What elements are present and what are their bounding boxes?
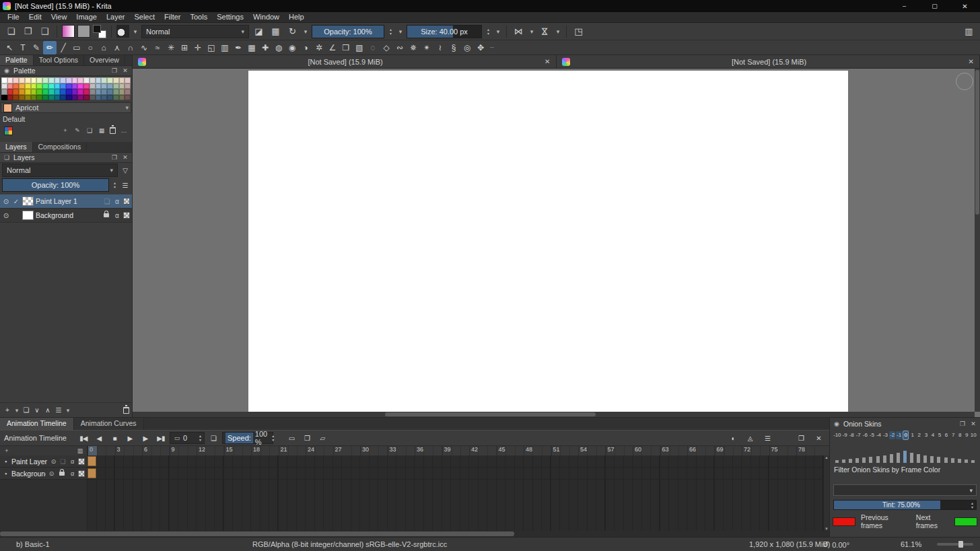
onion-color-filter-dropdown[interactable]: ▾ bbox=[833, 484, 977, 496]
palette-swatch[interactable] bbox=[36, 89, 42, 95]
palette-swatch[interactable] bbox=[96, 77, 102, 83]
audio-options-button[interactable]: ◬ bbox=[743, 432, 757, 444]
open-document-button[interactable]: ❐ bbox=[21, 25, 35, 38]
palette-swatch[interactable] bbox=[55, 83, 61, 89]
onion-frame-number[interactable]: 8 bbox=[957, 431, 963, 439]
blending-mode-dropdown[interactable]: Normal ▾ bbox=[141, 25, 249, 38]
reload-brush-button[interactable]: ↻ bbox=[285, 25, 300, 38]
palette-swatch[interactable] bbox=[31, 95, 37, 101]
tool-ellipse[interactable]: ○ bbox=[83, 41, 97, 54]
add-layer-caret-icon[interactable]: ▾ bbox=[13, 407, 20, 414]
panel-tab-tool-options[interactable]: Tool Options bbox=[34, 55, 84, 65]
palette-swatch[interactable] bbox=[107, 89, 113, 95]
scrollbar-handle[interactable] bbox=[975, 70, 979, 215]
timeline-ruler-cell[interactable]: 75 bbox=[769, 446, 797, 455]
toolbar-overflow-icon[interactable]: ┄ bbox=[490, 44, 494, 51]
mirror-vertical-caret-icon[interactable]: ▾ bbox=[555, 28, 561, 35]
tool-pan[interactable]: ✥ bbox=[474, 41, 487, 54]
palette-swatch[interactable] bbox=[13, 83, 19, 89]
save-document-button[interactable]: ❑ bbox=[38, 25, 52, 38]
tool-assistants[interactable]: ✲ bbox=[312, 41, 326, 54]
palette-swatch[interactable] bbox=[42, 89, 48, 95]
palette-swatch[interactable] bbox=[25, 89, 31, 95]
visibility-eye-icon[interactable]: ⊙ bbox=[2, 198, 10, 205]
save-palette-button[interactable]: ❑ bbox=[85, 127, 94, 134]
palette-swatch[interactable] bbox=[107, 95, 113, 101]
scroll-up-icon[interactable]: ▲ bbox=[825, 455, 829, 460]
add-duplicate-frame-button[interactable]: ❐ bbox=[300, 432, 314, 444]
palette-swatch[interactable] bbox=[90, 89, 96, 95]
timeline-ruler-cell[interactable]: 15 bbox=[224, 446, 252, 455]
palette-swatch[interactable] bbox=[83, 95, 90, 101]
onion-frame-number[interactable]: -7 bbox=[855, 431, 862, 439]
tool-edit-shapes[interactable]: ✎ bbox=[30, 41, 43, 54]
palette-swatch[interactable] bbox=[113, 89, 119, 95]
palette-swatch[interactable] bbox=[42, 95, 48, 101]
scrollbar-handle[interactable] bbox=[0, 531, 514, 536]
inherit-alpha-icon[interactable] bbox=[78, 470, 85, 477]
palette-swatch[interactable] bbox=[1, 89, 7, 95]
onion-frame-number[interactable]: -8 bbox=[849, 431, 855, 439]
palette-swatch[interactable] bbox=[125, 83, 131, 89]
tool-polygon[interactable]: ⌂ bbox=[97, 41, 110, 54]
onion-frame-number[interactable]: 2 bbox=[916, 431, 922, 439]
alpha-lock-icon[interactable]: α bbox=[113, 198, 121, 205]
timeline-ruler-cell[interactable]: 6 bbox=[142, 446, 170, 455]
brush-size-caret-icon[interactable]: ▾ bbox=[495, 28, 501, 35]
palette-swatch[interactable] bbox=[90, 83, 96, 89]
palette-swatch[interactable] bbox=[119, 83, 125, 89]
palette-swatch[interactable] bbox=[83, 77, 90, 83]
close-docker-icon[interactable]: ✕ bbox=[121, 67, 129, 74]
gradient-chooser-button[interactable] bbox=[62, 25, 75, 38]
palette-swatch[interactable] bbox=[55, 95, 61, 101]
onion-opacity-bar[interactable] bbox=[897, 453, 900, 463]
timeline-ruler-cell[interactable]: 54 bbox=[578, 446, 606, 455]
tool-line[interactable]: ╱ bbox=[57, 41, 70, 54]
next-frames-color-swatch[interactable] bbox=[954, 517, 977, 526]
minimize-button[interactable]: – bbox=[889, 0, 919, 12]
tool-transform[interactable]: ⊞ bbox=[178, 41, 191, 54]
tool-freehand-brush[interactable]: ✏ bbox=[43, 41, 57, 54]
tool-polygon-select[interactable]: ◇ bbox=[380, 41, 393, 54]
alpha-lock-icon[interactable]: α bbox=[69, 458, 76, 465]
onion-opacity-bar[interactable] bbox=[958, 459, 961, 463]
lock-icon[interactable] bbox=[59, 472, 65, 476]
close-docker-icon[interactable]: ✕ bbox=[812, 432, 825, 444]
panel-tab-palette[interactable]: Palette bbox=[0, 55, 34, 65]
timeline-ruler-cell[interactable]: 69 bbox=[715, 446, 742, 455]
playback-speed-spinbox[interactable]: Speed: 100 % ▴▾ bbox=[222, 432, 273, 444]
timeline-ruler-cell[interactable]: 48 bbox=[524, 446, 551, 455]
onion-frame-number[interactable]: -5 bbox=[869, 431, 875, 439]
palette-swatch[interactable] bbox=[7, 95, 13, 101]
add-blank-frame-button[interactable]: ▭ bbox=[285, 432, 298, 444]
trim-to-image-button[interactable]: ◳ bbox=[571, 25, 586, 38]
tool-fill[interactable]: ◍ bbox=[272, 41, 285, 54]
keyframe[interactable] bbox=[88, 468, 96, 478]
inherit-alpha-icon[interactable] bbox=[123, 212, 130, 219]
selected-color-row[interactable]: Apricot ▾ bbox=[1, 102, 131, 113]
palette-swatch[interactable] bbox=[113, 77, 119, 83]
onion-frame-number[interactable]: -2 bbox=[889, 431, 895, 439]
palette-swatch[interactable] bbox=[107, 77, 113, 83]
delete-layer-button[interactable] bbox=[123, 407, 129, 414]
onion-frame-number[interactable]: 9 bbox=[964, 431, 970, 439]
palette-swatch[interactable] bbox=[25, 95, 31, 101]
timeline-frame-ruler[interactable]: 0369121518212427303336394245485154576063… bbox=[88, 446, 829, 455]
tool-bezier-curve[interactable]: ∩ bbox=[124, 41, 137, 54]
timeline-ruler-cell[interactable]: 27 bbox=[333, 446, 361, 455]
panel-tab-compositions[interactable]: Compositions bbox=[33, 142, 88, 152]
timeline-ruler-cell[interactable]: 66 bbox=[687, 446, 715, 455]
previous-frame-button[interactable]: ◀ bbox=[92, 432, 106, 444]
onion-opacity-bar[interactable] bbox=[917, 454, 920, 463]
tool-contiguous-select[interactable]: ✵ bbox=[407, 41, 420, 54]
onion-opacity-bar[interactable] bbox=[890, 454, 893, 463]
onion-opacity-bar[interactable] bbox=[849, 459, 852, 463]
palette-swatch[interactable] bbox=[119, 89, 125, 95]
palette-swatch[interactable] bbox=[66, 89, 72, 95]
skip-to-start-button[interactable]: ▮◀ bbox=[77, 432, 90, 444]
add-timeline-layer-button[interactable]: + bbox=[3, 447, 11, 454]
tool-reference-images[interactable]: ❒ bbox=[339, 41, 353, 54]
lock-icon[interactable]: ❏ bbox=[103, 198, 111, 205]
palette-swatch[interactable] bbox=[1, 95, 7, 101]
timeline-ruler-cell[interactable]: 72 bbox=[742, 446, 769, 455]
